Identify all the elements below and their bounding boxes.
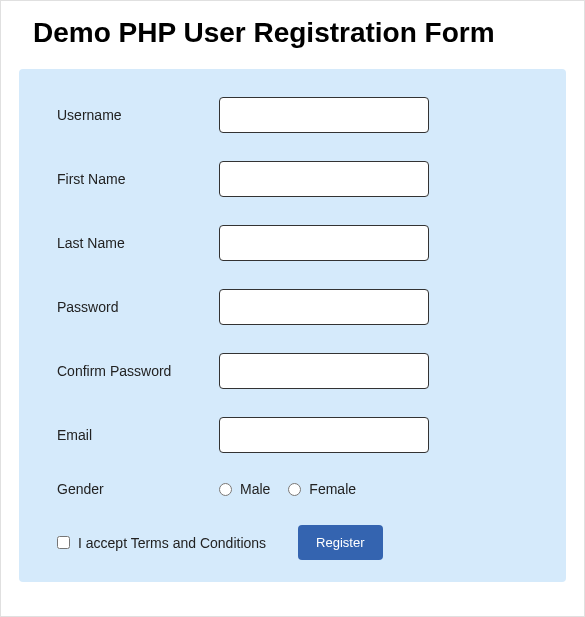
terms-checkbox[interactable] bbox=[57, 536, 70, 549]
lastname-row: Last Name bbox=[49, 225, 536, 261]
email-label: Email bbox=[49, 427, 219, 443]
password-row: Password bbox=[49, 289, 536, 325]
confirm-password-input[interactable] bbox=[219, 353, 429, 389]
password-label: Password bbox=[49, 299, 219, 315]
register-button[interactable]: Register bbox=[298, 525, 382, 560]
gender-male-radio[interactable] bbox=[219, 483, 232, 496]
terms-label: I accept Terms and Conditions bbox=[78, 535, 266, 551]
gender-female-option: Female bbox=[288, 481, 356, 497]
firstname-label: First Name bbox=[49, 171, 219, 187]
password-input[interactable] bbox=[219, 289, 429, 325]
firstname-input[interactable] bbox=[219, 161, 429, 197]
username-row: Username bbox=[49, 97, 536, 133]
confirm-password-row: Confirm Password bbox=[49, 353, 536, 389]
gender-female-radio[interactable] bbox=[288, 483, 301, 496]
gender-options: Male Female bbox=[219, 481, 366, 497]
email-row: Email bbox=[49, 417, 536, 453]
firstname-row: First Name bbox=[49, 161, 536, 197]
username-label: Username bbox=[49, 107, 219, 123]
terms-row: I accept Terms and Conditions Register bbox=[49, 525, 536, 560]
page-title: Demo PHP User Registration Form bbox=[19, 1, 566, 69]
gender-row: Gender Male Female bbox=[49, 481, 536, 497]
gender-label: Gender bbox=[49, 481, 219, 497]
registration-form-panel: Username First Name Last Name Password C… bbox=[19, 69, 566, 582]
page-container: Demo PHP User Registration Form Username… bbox=[1, 1, 584, 600]
username-input[interactable] bbox=[219, 97, 429, 133]
confirm-password-label: Confirm Password bbox=[49, 363, 219, 379]
gender-male-label: Male bbox=[240, 481, 270, 497]
gender-female-label: Female bbox=[309, 481, 356, 497]
lastname-input[interactable] bbox=[219, 225, 429, 261]
lastname-label: Last Name bbox=[49, 235, 219, 251]
gender-male-option: Male bbox=[219, 481, 270, 497]
email-input[interactable] bbox=[219, 417, 429, 453]
terms-label-wrapper: I accept Terms and Conditions bbox=[57, 535, 266, 551]
